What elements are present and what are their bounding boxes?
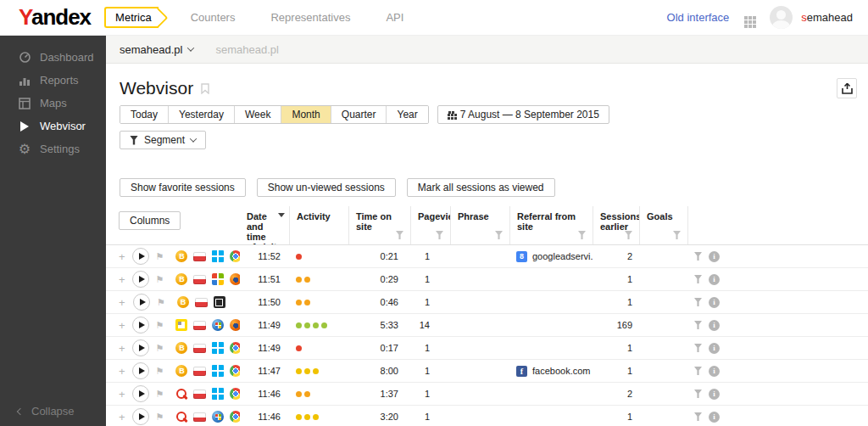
- filter-similar-sessions-icon[interactable]: [694, 390, 702, 398]
- filter-similar-sessions-icon[interactable]: [694, 275, 702, 283]
- play-session-button[interactable]: [132, 339, 149, 356]
- show-unviewed-sessions-button[interactable]: Show un-viewed sessions: [257, 178, 396, 197]
- filter-funnel-icon[interactable]: [495, 231, 503, 239]
- apps-grid-icon[interactable]: [744, 16, 748, 20]
- flag-session-icon[interactable]: [156, 274, 164, 285]
- sidebar-collapse-button[interactable]: Collapse: [18, 405, 75, 418]
- filter-similar-sessions-icon[interactable]: [694, 252, 702, 261]
- flag-session-icon[interactable]: [156, 251, 164, 262]
- show-favorite-sessions-button[interactable]: Show favorite sessions: [120, 178, 246, 197]
- session-info-icon[interactable]: [709, 251, 720, 262]
- referral-value[interactable]: facebook.com: [509, 360, 593, 382]
- table-row[interactable]: 11:50 0:46 1 1: [106, 291, 868, 314]
- sidebar-item-reports[interactable]: Reports: [0, 69, 106, 92]
- referral-value[interactable]: [509, 337, 593, 359]
- referral-value[interactable]: [509, 406, 593, 426]
- add-to-favorites-icon[interactable]: [119, 411, 125, 423]
- referral-value[interactable]: googleadservi...: [509, 245, 593, 267]
- table-row[interactable]: 11:51 0:29 1 1: [106, 268, 868, 291]
- filter-funnel-icon[interactable]: [625, 231, 632, 239]
- filter-similar-sessions-icon[interactable]: [694, 412, 702, 421]
- referral-value[interactable]: [509, 314, 593, 336]
- play-session-button[interactable]: [132, 317, 149, 334]
- col-header-pageviews[interactable]: Pageviews: [410, 206, 450, 244]
- play-session-button[interactable]: [132, 248, 149, 265]
- col-header-sessions-earlier[interactable]: Sessions earlier: [593, 206, 639, 244]
- play-session-button[interactable]: [133, 294, 150, 311]
- filter-funnel-icon[interactable]: [673, 231, 681, 239]
- add-to-favorites-icon[interactable]: [119, 296, 126, 309]
- table-row[interactable]: 11:47 8:00 1 facebook.com 1: [106, 360, 868, 383]
- filter-similar-sessions-icon[interactable]: [694, 321, 702, 329]
- filter-funnel-icon[interactable]: [396, 231, 403, 239]
- filter-funnel-icon[interactable]: [436, 231, 443, 239]
- play-session-button[interactable]: [132, 271, 149, 288]
- tab-quarter[interactable]: Quarter: [331, 106, 387, 123]
- export-button[interactable]: [837, 78, 857, 98]
- flag-session-icon[interactable]: [156, 343, 164, 354]
- session-info-icon[interactable]: [709, 412, 720, 423]
- referral-value[interactable]: [509, 268, 593, 290]
- table-row[interactable]: 11:46 1:37 1 2: [106, 383, 868, 406]
- col-header-phrase[interactable]: Phrase: [450, 206, 509, 244]
- flag-session-icon[interactable]: [156, 389, 164, 400]
- flag-session-icon[interactable]: [156, 366, 164, 377]
- segment-button[interactable]: Segment: [120, 131, 206, 149]
- yandex-logo[interactable]: Yandex: [19, 4, 91, 31]
- flag-session-icon[interactable]: [156, 320, 164, 331]
- tab-week[interactable]: Week: [235, 106, 281, 123]
- play-session-button[interactable]: [132, 362, 149, 379]
- session-info-icon[interactable]: [709, 343, 720, 354]
- nav-counters[interactable]: Counters: [191, 11, 236, 24]
- username[interactable]: semahead: [801, 11, 853, 24]
- referral-value[interactable]: [509, 291, 593, 313]
- sidebar-item-webvisor[interactable]: Webvisor: [0, 115, 106, 137]
- session-info-icon[interactable]: [709, 366, 720, 377]
- table-row[interactable]: 11:46 3:20 1 1: [106, 406, 868, 426]
- flag-session-icon[interactable]: [156, 412, 164, 423]
- table-row[interactable]: 11:49 0:17 1 1: [106, 337, 868, 360]
- session-info-icon[interactable]: [709, 297, 720, 308]
- columns-button[interactable]: Columns: [119, 211, 181, 230]
- referral-link[interactable]: facebook.com: [532, 366, 590, 376]
- date-range-button[interactable]: 7 August — 8 September 2015: [437, 105, 609, 124]
- avatar[interactable]: [770, 6, 793, 29]
- sidebar-item-maps[interactable]: Maps: [0, 92, 106, 115]
- col-header-referral[interactable]: Referral from site: [509, 206, 593, 244]
- play-session-button[interactable]: [132, 408, 149, 425]
- sidebar-item-dashboard[interactable]: Dashboard: [0, 46, 106, 69]
- filter-similar-sessions-icon[interactable]: [694, 298, 702, 306]
- session-info-icon[interactable]: [709, 389, 720, 400]
- col-header-goals[interactable]: Goals: [639, 206, 687, 244]
- table-row[interactable]: 11:49 5:33 14 169: [106, 314, 868, 337]
- add-to-favorites-icon[interactable]: [119, 388, 125, 401]
- filter-funnel-icon[interactable]: [578, 231, 586, 239]
- bookmark-icon[interactable]: [201, 83, 209, 94]
- flag-session-icon[interactable]: [157, 297, 165, 308]
- referral-link[interactable]: googleadservi...: [532, 251, 593, 261]
- metrica-badge[interactable]: Metrica: [104, 7, 159, 28]
- nav-representatives[interactable]: Representatives: [270, 11, 350, 24]
- mark-all-viewed-button[interactable]: Mark all sessions as viewed: [407, 178, 555, 197]
- site-selector[interactable]: semahead.pl: [120, 43, 193, 56]
- table-row[interactable]: 11:52 0:21 1 googleadservi... 2: [106, 245, 868, 268]
- nav-api[interactable]: API: [386, 11, 403, 24]
- sidebar-item-settings[interactable]: ⚙ Settings: [0, 137, 106, 160]
- col-header-activity[interactable]: Activity: [289, 206, 348, 244]
- filter-similar-sessions-icon[interactable]: [694, 344, 702, 352]
- session-info-icon[interactable]: [709, 320, 720, 331]
- tab-yesterday[interactable]: Yesterday: [169, 106, 235, 123]
- play-session-button[interactable]: [132, 385, 149, 402]
- add-to-favorites-icon[interactable]: [119, 319, 125, 332]
- add-to-favorites-icon[interactable]: [119, 273, 125, 286]
- add-to-favorites-icon[interactable]: [119, 365, 125, 378]
- tab-year[interactable]: Year: [387, 106, 427, 123]
- add-to-favorites-icon[interactable]: [119, 250, 125, 263]
- session-info-icon[interactable]: [709, 274, 720, 285]
- referral-value[interactable]: [509, 383, 593, 405]
- add-to-favorites-icon[interactable]: [119, 342, 125, 355]
- tab-today[interactable]: Today: [120, 106, 169, 123]
- col-header-date[interactable]: Date and time of visit: [240, 206, 289, 244]
- tab-month[interactable]: Month: [281, 106, 331, 123]
- col-header-time-on-site[interactable]: Time on site: [348, 206, 410, 244]
